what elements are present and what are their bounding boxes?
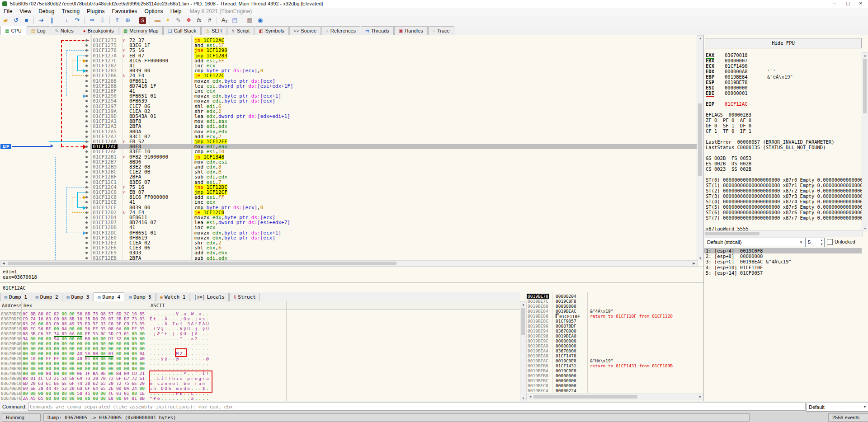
breakpoint-dot[interactable]: [85, 100, 88, 102]
breakpoint-dot[interactable]: [85, 252, 88, 254]
open-file-button[interactable]: ▰: [1, 16, 10, 25]
disasm-row[interactable]: ∨01CF127875 16jne 1CF1290: [0, 48, 697, 53]
argument-row[interactable]: 5: [esp+14] 01CF9057: [704, 270, 862, 276]
register-line[interactable]: EFLAGS 00000283: [706, 112, 862, 117]
dump-tab-dump-2[interactable]: ▤Dump 2: [32, 293, 62, 301]
breakpoint-dot[interactable]: [85, 221, 88, 224]
breakpoint-dot[interactable]: [85, 75, 88, 77]
dump-tab-dump-3[interactable]: ▤Dump 3: [63, 293, 94, 301]
breakpoint-dot[interactable]: [85, 176, 88, 178]
register-line[interactable]: EDX000000A8'¨': [706, 69, 862, 74]
register-line[interactable]: ST(2) 00000000000000000000 x87r2 Empty 0…: [706, 188, 862, 193]
stack-pane[interactable]: 0019BE78000002040019BE7C0019C0F80019BE80…: [527, 292, 703, 401]
breakpoint-dot[interactable]: [85, 161, 88, 163]
breakpoint-dot[interactable]: [85, 150, 88, 153]
pause-button[interactable]: ∥: [47, 16, 57, 25]
breakpoint-dot[interactable]: [85, 125, 88, 127]
breakpoint-dot[interactable]: [85, 39, 88, 42]
stop-button[interactable]: ■: [22, 16, 31, 25]
breakpoint-dot[interactable]: [85, 85, 88, 87]
breakpoint-dot[interactable]: [85, 136, 88, 138]
disasm-row[interactable]: 01CF12BF2BFAsub edi,edx: [0, 174, 697, 179]
breakpoint-dot[interactable]: [85, 115, 88, 117]
breakpoint-dot[interactable]: [85, 60, 88, 62]
register-list[interactable]: EAX03670018EBX00000007ECX01CF1490EDX0000…: [706, 52, 862, 230]
menu-plugins[interactable]: Plugins: [83, 8, 108, 15]
disasm-vertical-scrollbar[interactable]: ▲ ▼: [697, 35, 704, 261]
calculator-button[interactable]: ▦: [245, 16, 255, 25]
help-button[interactable]: ◉: [255, 16, 265, 25]
register-line[interactable]: EBP0019BE84&"èÀ\x19": [706, 74, 862, 80]
breakpoint-dot[interactable]: [85, 196, 88, 198]
menu-view[interactable]: View: [16, 8, 35, 15]
breakpoint-dot[interactable]: [85, 247, 88, 249]
tab-cpu[interactable]: ▦CPU: [0, 26, 26, 35]
command-profile-select[interactable]: Default ▼: [806, 403, 868, 412]
register-line[interactable]: x87TagWord 5555: [706, 226, 862, 230]
register-line[interactable]: ST(5) 00000000000000000000 x87r5 Empty 0…: [706, 204, 862, 210]
disasm-row[interactable]: 01CF12DB41inc ecx: [0, 225, 697, 230]
register-line[interactable]: OF 0 SF 1 DF 0: [706, 123, 862, 128]
breakpoint-dot[interactable]: [85, 171, 88, 173]
argument-row[interactable]: 4: [esp+10] 01CF110F: [704, 265, 862, 270]
breakpoint-dot[interactable]: [85, 226, 88, 229]
tab-symbols[interactable]: ◧Symbols: [255, 26, 289, 35]
register-line[interactable]: ES 002B DS 002B: [706, 161, 862, 166]
menu-tracing[interactable]: Tracing: [58, 8, 84, 15]
disasm-row[interactable]: ∧01CF128674 F4je 1CF127C: [0, 73, 697, 78]
register-line[interactable]: ST(0) 00000000000000000000 x87r0 Empty 0…: [706, 177, 862, 183]
spinner-arrows-icon[interactable]: ▲▼: [820, 238, 823, 246]
breakpoint-dot[interactable]: [85, 186, 88, 188]
report-button[interactable]: ▤: [230, 16, 240, 25]
breakpoint-dot[interactable]: [85, 90, 88, 92]
tab-trace[interactable]: ∴Trace: [428, 26, 454, 35]
arguments-list[interactable]: 1: [esp+4] 0019C0F82: [esp+8] 000000003:…: [704, 248, 862, 401]
tab-seh[interactable]: ⚠SEH: [201, 26, 226, 35]
breakpoint-dot[interactable]: [85, 201, 88, 203]
tab-handles[interactable]: ▣Handles: [394, 26, 428, 35]
tab-references[interactable]: ⌕References: [321, 26, 360, 35]
register-line[interactable]: EAX03670018: [706, 52, 862, 58]
breakpoint-dot[interactable]: [85, 232, 88, 234]
breakpoint-dot[interactable]: [85, 191, 88, 193]
dump-tab-locals[interactable]: [x=]Locals: [190, 293, 229, 301]
tab-source[interactable]: <>Source: [289, 26, 321, 35]
disasm-row[interactable]: 01CF12A32BFAsub edi,edx: [0, 124, 697, 129]
register-line[interactable]: GS 002B FS 0053: [706, 155, 862, 161]
hide-fpu-button[interactable]: Hide FPU: [705, 38, 862, 48]
breakpoint-dot[interactable]: [85, 181, 88, 183]
hex-dump[interactable]: 03670DE00C 8B 80 0C02 00 00 568B 75 08 5…: [0, 311, 520, 401]
breakpoint-dot[interactable]: [85, 95, 88, 97]
register-line[interactable]: LastError 00000057 (ERROR_INVALID_PARAME…: [706, 139, 862, 145]
step-out-button[interactable]: ⇩: [98, 16, 107, 25]
command-input[interactable]: [28, 403, 806, 411]
disasm-row[interactable]: 01CF12CE41inc ecx: [0, 200, 697, 205]
breakpoint-dot[interactable]: [85, 55, 88, 57]
menu-favourites[interactable]: Favourites: [108, 8, 141, 15]
breakpoint-dot[interactable]: [85, 70, 88, 72]
register-line[interactable]: LastStatus C0000135 (STATUS_DLL_NOT_FOUN…: [706, 145, 862, 150]
scylla-button[interactable]: S: [138, 16, 147, 25]
register-line[interactable]: CF 1 TF 0 IF 1: [706, 128, 862, 134]
argument-row[interactable]: 1: [esp+4] 0019C0F8: [704, 248, 862, 253]
breakpoint-dot[interactable]: [85, 166, 88, 168]
register-line[interactable]: ZF 0 PF 0 AF 0: [706, 117, 862, 123]
argument-row[interactable]: 3: [esp+C] 0019BEAC &"4Á\x19": [704, 259, 862, 264]
breakpoint-dot[interactable]: [85, 211, 88, 214]
register-line[interactable]: ESP0019BE78: [706, 80, 862, 85]
breakpoint-dot[interactable]: [85, 110, 88, 113]
dump-tab-dump-4[interactable]: ▤Dump 4: [94, 292, 124, 301]
menu-file[interactable]: File: [0, 8, 16, 15]
breakpoint-dot[interactable]: [85, 237, 88, 239]
run-to-user-code-button[interactable]: ⇑: [113, 16, 122, 25]
breakpoint-dot[interactable]: [85, 80, 88, 82]
register-line[interactable]: ST(3) 00000000000000000000 x87r3 Empty 0…: [706, 193, 862, 199]
patches-button[interactable]: ▬: [153, 16, 162, 25]
tab-breakpoints[interactable]: ●Breakpoints: [79, 26, 118, 35]
breakpoint-dot[interactable]: [85, 44, 88, 47]
dump-tab-struct[interactable]: §Struct: [229, 293, 260, 301]
hash-button[interactable]: #: [205, 16, 214, 25]
register-line[interactable]: EDI00000001: [706, 90, 862, 96]
close-button[interactable]: ✕: [854, 0, 867, 7]
breakpoint-dot[interactable]: [85, 242, 88, 244]
